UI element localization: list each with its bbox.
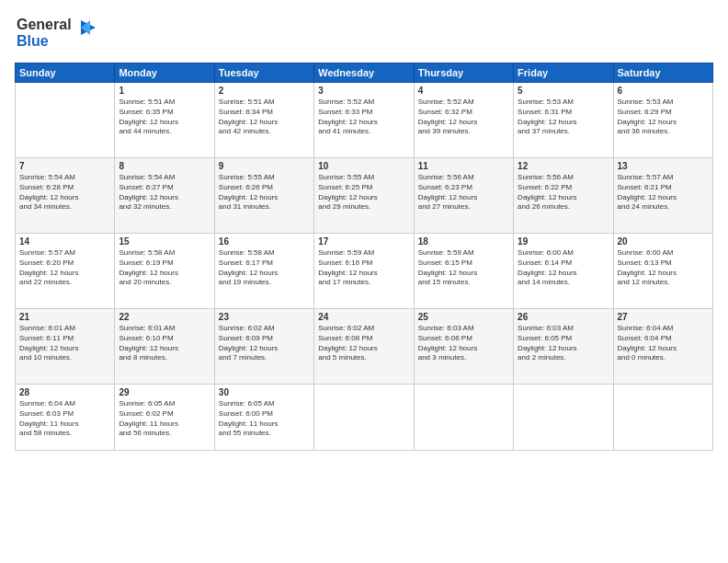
- calendar-body: 1Sunrise: 5:51 AM Sunset: 6:35 PM Daylig…: [16, 83, 713, 451]
- logo: General Blue: [15, 11, 97, 55]
- day-number: 15: [119, 236, 210, 247]
- day-number: 14: [19, 236, 110, 247]
- day-number: 26: [518, 312, 609, 322]
- day-number: 10: [318, 161, 409, 171]
- header-cell-tuesday: Tuesday: [214, 63, 313, 83]
- day-number: 2: [219, 86, 310, 96]
- calendar-cell: 10Sunrise: 5:55 AM Sunset: 6:25 PM Dayli…: [314, 158, 414, 234]
- week-row-5: 28Sunrise: 6:04 AM Sunset: 6:03 PM Dayli…: [16, 385, 713, 451]
- day-info: Sunrise: 6:04 AM Sunset: 6:04 PM Dayligh…: [618, 324, 709, 363]
- day-info: Sunrise: 6:01 AM Sunset: 6:11 PM Dayligh…: [19, 324, 110, 363]
- day-info: Sunrise: 5:53 AM Sunset: 6:31 PM Dayligh…: [518, 98, 609, 137]
- day-info: Sunrise: 5:55 AM Sunset: 6:25 PM Dayligh…: [318, 173, 409, 213]
- calendar-cell: 12Sunrise: 5:56 AM Sunset: 6:22 PM Dayli…: [514, 158, 613, 234]
- calendar-cell: [16, 83, 115, 158]
- day-number: 3: [318, 86, 409, 96]
- week-row-4: 21Sunrise: 6:01 AM Sunset: 6:11 PM Dayli…: [16, 309, 713, 385]
- day-number: 20: [618, 236, 709, 247]
- calendar-cell: 20Sunrise: 6:00 AM Sunset: 6:13 PM Dayli…: [613, 234, 712, 309]
- day-number: 16: [219, 236, 310, 247]
- day-info: Sunrise: 6:03 AM Sunset: 6:05 PM Dayligh…: [518, 324, 609, 363]
- calendar-cell: 9Sunrise: 5:55 AM Sunset: 6:26 PM Daylig…: [214, 158, 313, 234]
- day-number: 17: [318, 236, 409, 247]
- calendar-cell: 1Sunrise: 5:51 AM Sunset: 6:35 PM Daylig…: [115, 83, 214, 158]
- day-number: 1: [119, 86, 210, 96]
- week-row-3: 14Sunrise: 5:57 AM Sunset: 6:20 PM Dayli…: [16, 234, 713, 309]
- calendar-cell: 26Sunrise: 6:03 AM Sunset: 6:05 PM Dayli…: [514, 309, 613, 385]
- header-cell-monday: Monday: [115, 63, 214, 83]
- day-number: 25: [418, 312, 509, 322]
- calendar-cell: 17Sunrise: 5:59 AM Sunset: 6:16 PM Dayli…: [314, 234, 414, 309]
- week-row-2: 7Sunrise: 5:54 AM Sunset: 6:28 PM Daylig…: [16, 158, 713, 234]
- day-number: 24: [318, 312, 409, 322]
- day-info: Sunrise: 5:59 AM Sunset: 6:15 PM Dayligh…: [418, 248, 509, 288]
- logo-content: General Blue: [15, 11, 97, 55]
- header-cell-friday: Friday: [514, 63, 613, 83]
- day-info: Sunrise: 5:51 AM Sunset: 6:34 PM Dayligh…: [219, 98, 310, 137]
- calendar-cell: 4Sunrise: 5:52 AM Sunset: 6:32 PM Daylig…: [414, 83, 513, 158]
- header-row: SundayMondayTuesdayWednesdayThursdayFrid…: [16, 63, 713, 83]
- day-number: 21: [19, 312, 110, 322]
- calendar-cell: 14Sunrise: 5:57 AM Sunset: 6:20 PM Dayli…: [16, 234, 115, 309]
- calendar-cell: 7Sunrise: 5:54 AM Sunset: 6:28 PM Daylig…: [16, 158, 115, 234]
- svg-text:Blue: Blue: [17, 33, 49, 49]
- day-number: 12: [518, 161, 609, 171]
- calendar-cell: 3Sunrise: 5:52 AM Sunset: 6:33 PM Daylig…: [314, 83, 414, 158]
- day-number: 23: [219, 312, 310, 322]
- calendar-cell: 8Sunrise: 5:54 AM Sunset: 6:27 PM Daylig…: [115, 158, 214, 234]
- calendar-cell: [414, 385, 513, 451]
- day-number: 8: [119, 161, 210, 171]
- day-number: 11: [418, 161, 509, 171]
- header-cell-thursday: Thursday: [414, 63, 513, 83]
- day-number: 13: [618, 161, 709, 171]
- header-cell-wednesday: Wednesday: [314, 63, 414, 83]
- day-info: Sunrise: 5:56 AM Sunset: 6:22 PM Dayligh…: [518, 173, 609, 213]
- day-number: 5: [518, 86, 609, 96]
- day-number: 4: [418, 86, 509, 96]
- day-number: 6: [618, 86, 709, 96]
- day-info: Sunrise: 6:02 AM Sunset: 6:08 PM Dayligh…: [318, 324, 409, 363]
- calendar-cell: 5Sunrise: 5:53 AM Sunset: 6:31 PM Daylig…: [514, 83, 613, 158]
- day-number: 9: [219, 161, 310, 171]
- calendar-cell: 29Sunrise: 6:05 AM Sunset: 6:02 PM Dayli…: [115, 385, 214, 451]
- day-info: Sunrise: 6:05 AM Sunset: 6:00 PM Dayligh…: [219, 399, 310, 439]
- day-info: Sunrise: 6:03 AM Sunset: 6:06 PM Dayligh…: [418, 324, 509, 363]
- day-info: Sunrise: 6:00 AM Sunset: 6:13 PM Dayligh…: [618, 248, 709, 288]
- header: General Blue: [15, 11, 713, 55]
- week-row-1: 1Sunrise: 5:51 AM Sunset: 6:35 PM Daylig…: [16, 83, 713, 158]
- calendar-cell: 13Sunrise: 5:57 AM Sunset: 6:21 PM Dayli…: [613, 158, 712, 234]
- day-number: 30: [219, 387, 310, 397]
- day-info: Sunrise: 5:57 AM Sunset: 6:21 PM Dayligh…: [618, 173, 709, 213]
- calendar-cell: 11Sunrise: 5:56 AM Sunset: 6:23 PM Dayli…: [414, 158, 513, 234]
- calendar-page: General Blue SundayMondayTuesdayWednesda…: [0, 0, 728, 563]
- calendar-cell: 24Sunrise: 6:02 AM Sunset: 6:08 PM Dayli…: [314, 309, 414, 385]
- calendar-cell: [514, 385, 613, 451]
- day-info: Sunrise: 6:04 AM Sunset: 6:03 PM Dayligh…: [19, 399, 110, 439]
- day-info: Sunrise: 6:01 AM Sunset: 6:10 PM Dayligh…: [119, 324, 210, 363]
- day-number: 18: [418, 236, 509, 247]
- day-info: Sunrise: 5:57 AM Sunset: 6:20 PM Dayligh…: [19, 248, 110, 288]
- day-info: Sunrise: 5:52 AM Sunset: 6:32 PM Dayligh…: [418, 98, 509, 137]
- calendar-header: SundayMondayTuesdayWednesdayThursdayFrid…: [16, 63, 713, 83]
- day-info: Sunrise: 5:54 AM Sunset: 6:27 PM Dayligh…: [119, 173, 210, 213]
- header-cell-saturday: Saturday: [613, 63, 712, 83]
- calendar-cell: 21Sunrise: 6:01 AM Sunset: 6:11 PM Dayli…: [16, 309, 115, 385]
- calendar-cell: 22Sunrise: 6:01 AM Sunset: 6:10 PM Dayli…: [115, 309, 214, 385]
- day-info: Sunrise: 5:55 AM Sunset: 6:26 PM Dayligh…: [219, 173, 310, 213]
- day-number: 22: [119, 312, 210, 322]
- calendar-cell: [613, 385, 712, 451]
- calendar-cell: 19Sunrise: 6:00 AM Sunset: 6:14 PM Dayli…: [514, 234, 613, 309]
- calendar-cell: 18Sunrise: 5:59 AM Sunset: 6:15 PM Dayli…: [414, 234, 513, 309]
- day-info: Sunrise: 5:52 AM Sunset: 6:33 PM Dayligh…: [318, 98, 409, 137]
- day-info: Sunrise: 6:02 AM Sunset: 6:09 PM Dayligh…: [219, 324, 310, 363]
- day-info: Sunrise: 5:56 AM Sunset: 6:23 PM Dayligh…: [418, 173, 509, 213]
- day-info: Sunrise: 5:51 AM Sunset: 6:35 PM Dayligh…: [119, 98, 210, 137]
- day-info: Sunrise: 5:53 AM Sunset: 6:29 PM Dayligh…: [618, 98, 709, 137]
- calendar-cell: 2Sunrise: 5:51 AM Sunset: 6:34 PM Daylig…: [214, 83, 313, 158]
- header-cell-sunday: Sunday: [16, 63, 115, 83]
- day-info: Sunrise: 5:58 AM Sunset: 6:19 PM Dayligh…: [119, 248, 210, 288]
- calendar-cell: 28Sunrise: 6:04 AM Sunset: 6:03 PM Dayli…: [16, 385, 115, 451]
- calendar-cell: 6Sunrise: 5:53 AM Sunset: 6:29 PM Daylig…: [613, 83, 712, 158]
- calendar-cell: 30Sunrise: 6:05 AM Sunset: 6:00 PM Dayli…: [214, 385, 313, 451]
- day-info: Sunrise: 5:58 AM Sunset: 6:17 PM Dayligh…: [219, 248, 310, 288]
